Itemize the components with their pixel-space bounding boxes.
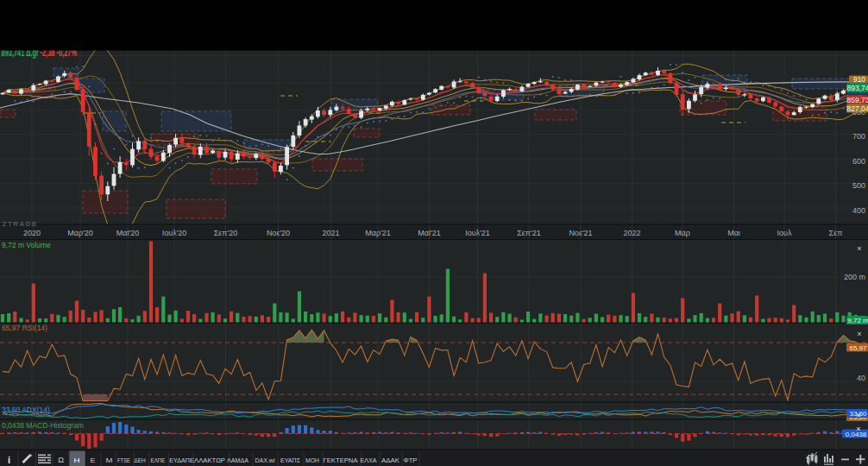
svg-text:9,72 m: 9,72 m	[847, 317, 868, 324]
svg-text:i: i	[8, 455, 10, 465]
svg-text:×: ×	[856, 425, 860, 433]
svg-text:2020: 2020	[23, 229, 41, 237]
svg-text:Ε: Ε	[91, 457, 96, 464]
svg-text:Μαι: Μαι	[727, 229, 740, 237]
svg-text:Ω: Ω	[58, 456, 64, 464]
svg-text:Νοε'20: Νοε'20	[267, 229, 290, 237]
svg-text:Νοε'21: Νοε'21	[569, 229, 592, 237]
svg-text:859,73: 859,73	[847, 96, 868, 104]
svg-text:ΓΕΚΤΕΡΝΑ: ΓΕΚΤΕΡΝΑ	[324, 457, 359, 464]
svg-text:ZTRADE: ZTRADE	[3, 220, 38, 228]
svg-text:ΔΕΗ: ΔΕΗ	[134, 457, 146, 464]
svg-text:ΦΤΡ: ΦΤΡ	[404, 457, 418, 464]
svg-text:DAX.wi: DAX.wi	[255, 457, 275, 464]
svg-text:40: 40	[857, 374, 865, 382]
svg-text:910: 910	[853, 75, 865, 84]
svg-text:Η: Η	[74, 457, 80, 464]
svg-text:2021: 2021	[322, 229, 339, 237]
svg-text:×: ×	[856, 411, 860, 419]
svg-text:Σεπ'20: Σεπ'20	[214, 229, 238, 237]
svg-text:Σεπ'21: Σεπ'21	[517, 229, 541, 237]
svg-text:700: 700	[852, 132, 865, 141]
svg-text:893,74: 893,74	[847, 84, 868, 92]
svg-text:ΛΑΜΔΑ: ΛΑΜΔΑ	[227, 457, 249, 464]
svg-text:×: ×	[857, 244, 861, 253]
svg-text:Μαρ: Μαρ	[675, 229, 690, 237]
svg-text:ΕΛΠΕ: ΕΛΠΕ	[151, 457, 166, 464]
svg-text:Μαϊ'20: Μαϊ'20	[116, 229, 139, 237]
svg-text:65,97 RSI(14): 65,97 RSI(14)	[2, 324, 47, 332]
svg-text:9,72 m Volume: 9,72 m Volume	[2, 241, 51, 249]
svg-text:200 m: 200 m	[844, 273, 865, 281]
svg-text:Σεπ: Σεπ	[829, 229, 843, 237]
svg-text:Μαρ'21: Μαρ'21	[365, 229, 391, 237]
svg-text:ΕΛΧΑ: ΕΛΧΑ	[361, 457, 378, 464]
svg-text:FTSE: FTSE	[117, 457, 130, 464]
svg-text:0,0438 MACD-Histogram: 0,0438 MACD-Histogram	[2, 421, 84, 430]
svg-text:2022: 2022	[623, 229, 640, 237]
svg-text:ΕΛΛΑΚΤΩΡ: ΕΛΛΑΚΤΩΡ	[190, 457, 225, 464]
svg-text:Ιουλ: Ιουλ	[777, 229, 792, 237]
svg-text:33,60 ADX(14): 33,60 ADX(14)	[2, 406, 50, 414]
svg-text:65,97: 65,97	[849, 344, 867, 352]
svg-text:600: 600	[852, 157, 865, 166]
svg-text:×: ×	[857, 330, 861, 338]
svg-text:400: 400	[852, 206, 865, 215]
svg-text:ΑΔΑΚ: ΑΔΑΚ	[381, 457, 400, 464]
svg-text:Μαϊ'21: Μαϊ'21	[418, 229, 440, 237]
svg-text:Ιουλ'21: Ιουλ'21	[465, 229, 490, 237]
svg-text:Μ: Μ	[106, 457, 113, 464]
svg-text:ΜΟΗ: ΜΟΗ	[305, 457, 319, 464]
svg-text:ΕΥΔΑΠ: ΕΥΔΑΠ	[169, 457, 190, 464]
svg-text:Μαρ'20: Μαρ'20	[67, 229, 93, 237]
svg-text:827,04: 827,04	[847, 104, 868, 113]
svg-text:500: 500	[852, 181, 865, 190]
svg-text:Ιουλ'20: Ιουλ'20	[162, 229, 187, 237]
svg-text:ΕΥΑΠΣ: ΕΥΑΠΣ	[280, 457, 300, 464]
